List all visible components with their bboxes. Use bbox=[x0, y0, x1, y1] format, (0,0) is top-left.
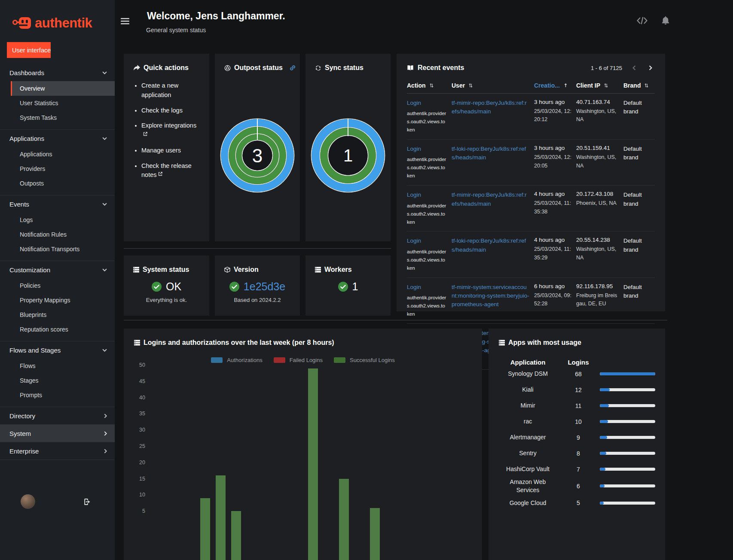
hamburger-menu-icon[interactable] bbox=[121, 18, 129, 25]
usage-login-count: 7 bbox=[563, 466, 593, 473]
nav-group-directory: Directory bbox=[0, 407, 115, 424]
usage-progress-fill bbox=[600, 436, 607, 439]
event-brand: Default brand bbox=[623, 99, 655, 134]
event-context: authentik.providers.oauth2.views.token bbox=[407, 110, 447, 134]
sidebar-item[interactable]: Notification Rules bbox=[11, 227, 115, 242]
sidebar-item[interactable]: Stages bbox=[11, 373, 115, 388]
workers-count: 1 bbox=[352, 280, 358, 293]
event-action-link[interactable]: Login bbox=[407, 145, 421, 153]
quick-action-link[interactable]: Create a new application bbox=[141, 82, 178, 98]
chevron-right-icon bbox=[104, 431, 107, 436]
y-axis-tick: 35 bbox=[134, 411, 145, 417]
sidebar-item[interactable]: Applications bbox=[11, 147, 115, 161]
sidebar-item[interactable]: System Tasks bbox=[11, 110, 115, 125]
column-header-user[interactable]: User bbox=[452, 82, 534, 89]
sidebar-item[interactable]: Providers bbox=[11, 161, 115, 176]
nav-group-header-enterprise[interactable]: Enterprise bbox=[0, 442, 115, 460]
sidebar-item[interactable]: Flows bbox=[11, 359, 115, 373]
usage-progress-track bbox=[600, 388, 655, 391]
nav-group-header-dashboards[interactable]: Dashboards bbox=[0, 64, 115, 81]
quick-action-link[interactable]: Check the release notes bbox=[141, 162, 192, 179]
chart-bar bbox=[370, 508, 380, 560]
version-link[interactable]: 1e25d3e bbox=[244, 280, 285, 293]
usage-row: Mimir 11 bbox=[499, 398, 655, 414]
nav-group-header-flows-stages[interactable]: Flows and Stages bbox=[0, 341, 115, 359]
nav-sublist-dashboards: OverviewUser StatisticsSystem Tasks bbox=[0, 81, 115, 125]
notification-bell-icon[interactable] bbox=[662, 16, 669, 24]
event-user-link[interactable]: tf-loki-repo:BeryJu/k8s:ref:refs/heads/m… bbox=[452, 145, 530, 162]
usage-login-count: 10 bbox=[563, 418, 593, 425]
event-time-absolute: 25/03/2024, 12:20:05 bbox=[534, 153, 572, 170]
sync-status-title: Sync status bbox=[325, 64, 363, 72]
event-user-link[interactable]: tf-mimir-system:serviceaccount:monitorin… bbox=[452, 283, 530, 309]
event-user-link[interactable]: tf-mimir-repo:BeryJu/k8s:ref:refs/heads/… bbox=[452, 191, 530, 208]
sidebar-item[interactable]: Reputation scores bbox=[11, 322, 115, 337]
y-axis-tick: 25 bbox=[134, 443, 145, 449]
column-header-action[interactable]: Action bbox=[407, 82, 452, 89]
usage-app-name: Amazon Web Services bbox=[499, 478, 557, 494]
event-context: authentik.providers.oauth2.views.token bbox=[407, 202, 447, 226]
usage-progress-track bbox=[600, 484, 655, 487]
api-code-icon[interactable] bbox=[636, 17, 648, 24]
quick-action-link[interactable]: Explore integrations bbox=[141, 122, 196, 129]
usage-progress-fill bbox=[600, 452, 606, 455]
nav-group-header-directory[interactable]: Directory bbox=[0, 407, 115, 424]
column-header-creation[interactable]: Creatio... bbox=[534, 82, 576, 89]
sidebar-item[interactable]: Policies bbox=[11, 278, 115, 293]
y-axis-tick: 10 bbox=[134, 492, 145, 498]
quick-action-item: Check the logs bbox=[141, 106, 200, 116]
usage-row: Synology DSM 68 bbox=[499, 366, 655, 382]
quick-action-link[interactable]: Manage users bbox=[141, 147, 181, 154]
nav-group-enterprise: Enterprise bbox=[0, 442, 115, 460]
usage-table-header: Application Logins bbox=[499, 359, 655, 366]
link-chain-icon[interactable] bbox=[290, 65, 296, 71]
sort-icon bbox=[430, 83, 434, 88]
server-icon bbox=[133, 267, 139, 273]
sidebar-item[interactable]: Logs bbox=[11, 213, 115, 227]
logout-icon[interactable] bbox=[82, 499, 90, 505]
pagination-prev-button[interactable] bbox=[630, 64, 638, 71]
brand-logo[interactable]: authentik bbox=[0, 0, 115, 35]
column-header-client-ip[interactable]: Client IP bbox=[576, 82, 623, 89]
outpost-status-donut-chart: 3 bbox=[220, 118, 295, 193]
y-axis-tick: 20 bbox=[134, 460, 145, 466]
chevron-down-icon bbox=[102, 268, 107, 271]
sidebar-item[interactable]: User Statistics bbox=[11, 96, 115, 110]
quick-action-link[interactable]: Check the logs bbox=[141, 107, 183, 114]
sidebar-item[interactable]: Overview bbox=[11, 81, 115, 96]
share-arrow-icon bbox=[133, 65, 140, 71]
sidebar-item[interactable]: Notification Transports bbox=[11, 242, 115, 256]
event-context: authentik.providers.oauth2.views.token bbox=[407, 294, 447, 318]
nav-group-header-customization[interactable]: Customization bbox=[0, 261, 115, 278]
event-client-ip: 20.51.159.41 bbox=[576, 145, 619, 151]
external-link-icon bbox=[143, 132, 147, 136]
sidebar-item[interactable]: Blueprints bbox=[11, 307, 115, 322]
pagination-next-button[interactable] bbox=[646, 64, 655, 71]
page-subtitle: General system status bbox=[146, 27, 206, 33]
sidebar-item[interactable]: Outposts bbox=[11, 176, 115, 191]
event-action-link[interactable]: Login bbox=[407, 191, 421, 199]
check-circle-icon bbox=[229, 282, 239, 292]
nav-group-header-applications[interactable]: Applications bbox=[0, 130, 115, 147]
quick-action-item: Create a new application bbox=[141, 81, 200, 100]
event-action-link[interactable]: Login bbox=[407, 283, 421, 292]
usage-login-count: 6 bbox=[563, 483, 593, 490]
sidebar: authentik User interface Dashboards Over… bbox=[0, 0, 115, 560]
column-header-brand[interactable]: Brand bbox=[623, 82, 655, 89]
user-interface-button[interactable]: User interface bbox=[7, 42, 51, 58]
check-circle-icon bbox=[152, 282, 162, 292]
event-user-link[interactable]: tf-loki-repo:BeryJu/k8s:ref:refs/heads/m… bbox=[452, 237, 530, 254]
event-user-link[interactable]: tf-mimir-repo:BeryJu/k8s:ref:refs/heads/… bbox=[452, 99, 530, 116]
nav-group-header-events[interactable]: Events bbox=[0, 195, 115, 213]
y-axis-tick: 30 bbox=[134, 427, 145, 433]
usage-row: Sentry 8 bbox=[499, 445, 655, 461]
event-row: Login authentik.providers.oauth2.views.t… bbox=[407, 94, 655, 140]
quick-actions-list: Create a new applicationCheck the logsEx… bbox=[133, 81, 200, 180]
user-avatar[interactable] bbox=[21, 494, 35, 509]
sidebar-item[interactable]: Prompts bbox=[11, 388, 115, 402]
event-action-link[interactable]: Login bbox=[407, 99, 421, 107]
nav-group-header-system[interactable]: System bbox=[0, 425, 115, 442]
event-action-link[interactable]: Login bbox=[407, 237, 421, 245]
usage-login-count: 9 bbox=[563, 434, 593, 441]
sidebar-item[interactable]: Property Mappings bbox=[11, 293, 115, 307]
